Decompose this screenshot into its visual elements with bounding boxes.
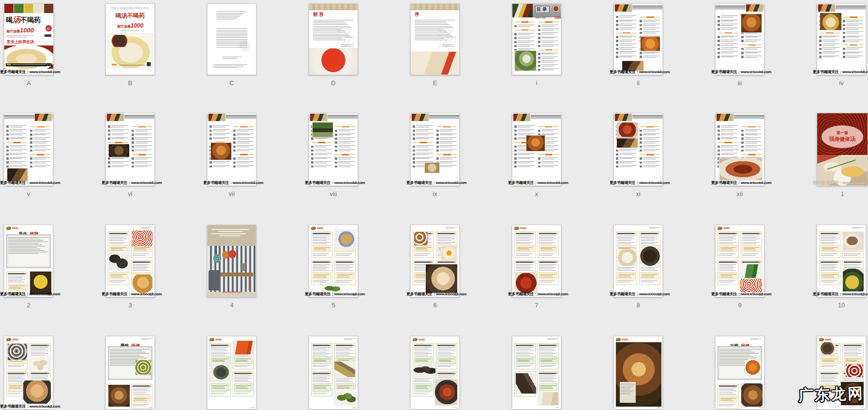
preface-photo: [309, 48, 358, 75]
page-thumbnail-iii[interactable]: 更多书籍请关注：www.iebook8.comiii: [715, 3, 764, 75]
toc-page-number-box: [413, 161, 415, 164]
recipe-box: [718, 384, 739, 409]
page-thumbnail-r4c1[interactable]: 更多书籍请关注：www.iebook8.com: [4, 336, 53, 410]
page-thumbnail-iv[interactable]: 更多书籍请关注：www.iebook8.comiv: [817, 3, 866, 75]
toc-page-number-box: [30, 130, 32, 132]
toc-entry: [741, 40, 762, 43]
food-photo-brown-dish: [526, 135, 545, 152]
page-thumbnail-v[interactable]: 更多书籍请关注：www.iebook8.comv: [4, 113, 53, 186]
page-image: [410, 113, 460, 186]
page-thumbnail-ii[interactable]: 更多书籍请关注：www.iebook8.comii: [614, 3, 663, 75]
toc-page-number-box: [718, 40, 720, 42]
toc-page-number-box: [6, 130, 9, 132]
recipe-box: [819, 260, 840, 285]
toc-header-photo: [746, 4, 763, 12]
toc-entry: [233, 161, 254, 164]
toc-page-number-box: [538, 29, 540, 31]
toc-entry: [132, 161, 152, 164]
food-photo-olives: [334, 389, 356, 405]
page-thumbnail-2[interactable]: 学生 健脑 更多书籍请关注：www.iebook8.com2: [4, 225, 53, 297]
toc-entry: [640, 165, 660, 168]
page-thumbnail-viii[interactable]: 更多书籍请关注：www.iebook8.comviii: [309, 113, 358, 186]
toc-section-divider: [515, 29, 535, 31]
thumbnail-label: 9: [696, 302, 784, 309]
toc-entry: [819, 44, 840, 46]
page-thumbnail-r4c5[interactable]: [410, 336, 460, 410]
toc-page-number-box: [436, 150, 439, 152]
toc-section-divider: [718, 32, 738, 34]
page-thumbnail-7[interactable]: 更多书籍请关注：www.iebook8.com7: [512, 225, 561, 297]
page-thumbnail-C[interactable]: C: [207, 3, 256, 75]
page-thumbnail-r4c4[interactable]: [309, 336, 358, 410]
toc-page-number-box: [741, 130, 744, 132]
toc-entry: [335, 165, 356, 168]
toc-page-number-box: [30, 134, 32, 136]
page-thumbnail-vi[interactable]: 更多书籍请关注：www.iebook8.comvi: [105, 113, 155, 186]
toc-page-number-box: [132, 146, 134, 148]
toc-section-divider: [640, 16, 660, 18]
toc-page-number-box: [640, 20, 642, 22]
page-thumbnail-vii[interactable]: 更多书籍请关注：www.iebook8.comvii: [207, 113, 256, 186]
page-thumbnail-4[interactable]: www.iebook8.com4: [207, 225, 256, 297]
toc-entry: [640, 28, 660, 30]
toc-entry: [843, 28, 864, 30]
toc-entry: [741, 141, 762, 144]
page-thumbnail-i[interactable]: 目录 喝汤不喝药1000 i: [512, 3, 561, 75]
toc-page-number-box: [538, 41, 540, 43]
thumbnail-label: 3: [86, 302, 174, 309]
page-thumbnail-E[interactable]: 序 汤 E: [410, 3, 460, 75]
page-thumbnail-9[interactable]: 更多书籍请关注：www.iebook8.com9: [715, 225, 764, 297]
toc-header-photo: [513, 113, 531, 121]
promo-banner-text: 更多书籍请关注：www.iebook8.com: [508, 292, 566, 297]
page-thumbnail-ix[interactable]: 更多书籍请关注：www.iebook8.comix: [410, 113, 460, 186]
toc-section-divider: [616, 32, 636, 34]
toc-page-number-box: [514, 157, 517, 160]
toc-entry: [843, 36, 864, 39]
toc-entry: [210, 133, 230, 136]
toc-entry: [233, 137, 254, 140]
toc-section-divider: [843, 16, 863, 18]
toc-page-number-box: [514, 125, 517, 128]
page-thumbnail-8[interactable]: 更多书籍请关注：www.iebook8.com8: [614, 225, 663, 297]
toc-entry: [718, 129, 738, 132]
page-thumbnail-r4c8[interactable]: 女性 保健: [715, 336, 764, 410]
toc-entry: [30, 145, 51, 148]
recipe-box: [131, 384, 152, 409]
page-thumbnail-A[interactable]: 喝汤不喝药 食疗汤谱1000 款 舌尖上的养生汤 更多书籍请关注：www.ieb…: [4, 3, 54, 75]
toc-entry: [718, 47, 738, 50]
page-thumbnail-10[interactable]: 更多书籍请关注：www.iebook8.com10: [817, 225, 866, 297]
toc-entry: [718, 51, 738, 54]
page-thumbnail-xi[interactable]: 更多书籍请关注：www.iebook8.comxi: [614, 113, 663, 186]
page-header-ref: [446, 227, 457, 229]
toc-entry: [413, 137, 434, 140]
page-thumbnail-3[interactable]: 更多书籍请关注：www.iebook8.com3: [105, 225, 155, 297]
toc-entry: [640, 24, 660, 27]
toc-page-number-box: [108, 166, 110, 168]
thumbnail-label: i: [493, 80, 581, 87]
page-thumbnail-r4c6[interactable]: [512, 336, 561, 410]
toc-page-number-box: [108, 161, 110, 164]
page-thumbnail-5[interactable]: 更多书籍请关注：www.iebook8.com5: [309, 225, 358, 297]
toc-page-number-box: [514, 45, 517, 47]
food-photo-carrot: [233, 340, 254, 355]
toc-page-number-box: [233, 166, 236, 168]
toc-entry: [843, 31, 864, 34]
toc-page-number-box: [30, 137, 32, 140]
page-image: [715, 113, 764, 186]
page-thumbnail-r4c2[interactable]: 男性 保健: [105, 336, 155, 410]
page-thumbnail-r4c7[interactable]: [614, 336, 663, 410]
food-photo-dark-dish: [616, 138, 638, 148]
toc-page-number-box: [413, 157, 415, 160]
toc-page-number-box: [538, 162, 540, 164]
page-thumbnail-r4c3[interactable]: [207, 336, 256, 410]
page-thumbnail-x[interactable]: 更多书籍请关注：www.iebook8.comx: [512, 113, 561, 186]
page-thumbnail-B[interactable]: HETANGBUHEYAO 喝汤不喝药 食疗汤谱1000 B: [105, 3, 155, 75]
food-photo-beans-yellow: [30, 271, 52, 295]
toc-entry: [233, 149, 254, 152]
page-thumbnail-xii[interactable]: 更多书籍请关注：www.iebook8.comxii: [715, 113, 764, 186]
page-thumbnail-6[interactable]: 更多书籍请关注：www.iebook8.com6: [410, 225, 460, 297]
page-thumbnail-1[interactable]: 第一篇 强身健体汤 宁可食无肉，不可食无汤 更多书籍请关注：www.iebook…: [817, 113, 868, 186]
toc-page-number-box: [514, 146, 517, 148]
food-photo-green-veg: [312, 122, 333, 137]
page-thumbnail-D[interactable]: 前言 汤 D: [309, 3, 358, 75]
